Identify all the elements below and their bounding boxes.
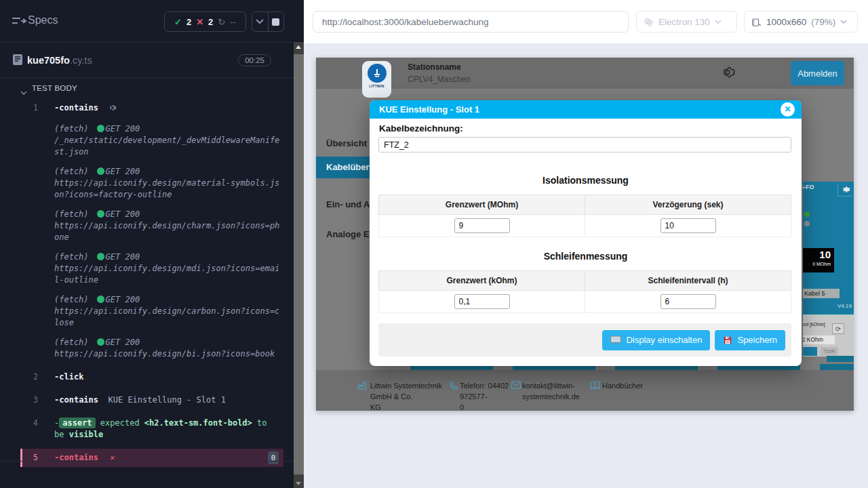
slot-title: 705-FO (803, 184, 814, 190)
spec-duration-badge: 00:25 (238, 54, 271, 66)
scroll-up-icon[interactable] (296, 45, 301, 49)
status-dot-icon (97, 125, 104, 132)
command-number: 3 (24, 394, 38, 406)
slot-gear-icon[interactable] (837, 183, 852, 197)
viewport-selector[interactable]: 1000x660 (79%) (744, 11, 858, 33)
settings-gear-icon[interactable] (719, 64, 736, 81)
manuals-link[interactable]: Handbücher (602, 380, 643, 391)
fetch-tag: (fetch) (54, 338, 89, 347)
fetch-url: https://api.iconify.design/carbon.json?i… (54, 306, 283, 329)
scroll-down-icon[interactable] (296, 482, 301, 485)
fetch-log[interactable]: (fetch)GET 200 https://api.iconify.desig… (20, 337, 283, 360)
fetch-status: GET 200 (106, 209, 140, 219)
url-input[interactable] (313, 12, 628, 32)
table-cell (379, 291, 585, 313)
close-icon[interactable]: ✕ (781, 102, 795, 117)
fetch-log[interactable]: (fetch)GET 200 https://api.iconify.desig… (20, 166, 283, 201)
fetch-log[interactable]: (fetch)GET 200 https://api.iconify.desig… (20, 294, 283, 329)
command-row-failed[interactable]: 5 -contains ✕ 0 (20, 449, 283, 467)
fetch-status: GET 200 (106, 167, 140, 176)
isolation-limit-input[interactable] (454, 218, 510, 233)
resistance-value: 22 KOhm (803, 336, 835, 344)
assert-selector: <h2.text-sm.font-bold> (144, 418, 252, 428)
divider (0, 461, 294, 462)
failed-count: 2 (208, 17, 213, 27)
tdr-button[interactable]: TDR (821, 347, 838, 356)
fetch-status: GET 200 (106, 295, 140, 304)
divider (0, 42, 294, 43)
specs-menu-icon[interactable] (12, 16, 26, 29)
status-dot-icon (97, 210, 104, 218)
status-dot-icon (97, 167, 104, 175)
browser-selector[interactable]: Electron 130 (636, 11, 737, 33)
cable-name-input[interactable] (378, 137, 791, 152)
status-dot-icon (97, 296, 104, 303)
specs-label[interactable]: Specs (28, 14, 58, 26)
factory-icon (357, 381, 367, 392)
littwin-emblem-icon (368, 64, 387, 83)
slot-firmware-version: V4.19 (837, 303, 852, 309)
loop-section-title: Schleifenmessung (370, 251, 802, 262)
command-row[interactable]: 1 -contains (20, 99, 283, 119)
isolation-section-title: Isolationsmessung (370, 175, 802, 186)
logout-button[interactable]: Abmelden (791, 61, 844, 85)
monitor-icon (610, 336, 621, 345)
loop-table: Grenzwert (kOhm) Schleifenintervall (h) (378, 270, 791, 313)
fetch-url: https://api.iconify.design/bi.json?icons… (54, 348, 283, 360)
match-count-badge: 0 (268, 451, 279, 464)
command-number: 4 (24, 418, 38, 429)
loop-interval-input[interactable] (660, 294, 716, 309)
status-led-green (804, 211, 810, 217)
slot-bar (827, 356, 854, 362)
fetch-status: GET 200 (106, 124, 140, 134)
table-cell (379, 215, 585, 237)
slot-action-button[interactable] (803, 347, 817, 356)
fetch-status: GET 200 (106, 252, 140, 262)
viewport-scale: (79%) (811, 17, 835, 27)
fetch-url: https://api.iconify.design/charm.json?ic… (54, 220, 283, 243)
collapse-button[interactable] (252, 12, 268, 31)
url-bar[interactable] (313, 11, 629, 33)
fetch-log[interactable]: (fetch)GET 200 https://api.iconify.desig… (20, 209, 283, 243)
spec-file-name: kue705fo.cy.ts (27, 55, 92, 66)
command-row[interactable]: 3 -contains KUE Einstellung - Slot 1 (20, 391, 283, 409)
screen: Specs ✓ 2 ✕ 2 ↻ -- kue705fo.cy.ts 0 (0, 0, 868, 488)
run-controls (252, 12, 284, 32)
spec-file-ext: .cy.ts (70, 55, 92, 66)
loop-col1-header: Grenzwert (kOhm) (379, 271, 585, 291)
assert-state: visible (69, 430, 104, 439)
test-body-label: TEST BODY (32, 84, 77, 92)
floppy-disk-icon (723, 336, 732, 345)
fetch-tag: (fetch) (54, 167, 89, 176)
pending-count: -- (230, 17, 236, 27)
scrollbar-thumb[interactable] (294, 54, 304, 474)
kue-settings-modal: KUE Einstellung - Slot 1 ✕ Kabelbezeichn… (370, 100, 802, 366)
stop-button[interactable] (268, 12, 284, 31)
fetch-url: https://api.iconify.design/mdi.json?icon… (54, 263, 283, 286)
passed-count: 2 (186, 17, 191, 27)
command-name: -contains (54, 395, 98, 405)
contact-email[interactable]: kontakt@littwin-systemtechnik.de (522, 380, 587, 402)
display-on-button[interactable]: Display einschalten (602, 330, 710, 350)
spec-file-row[interactable]: kue705fo.cy.ts 00:25 (0, 49, 294, 75)
loop-limit-input[interactable] (454, 294, 510, 309)
station-name-value: CPLV4_Maschen (408, 75, 471, 84)
book-icon (590, 381, 600, 391)
command-row[interactable]: 2 -click (20, 368, 283, 386)
fetch-log[interactable]: (fetch)GET 200 /_next/static/development… (20, 123, 283, 158)
fetch-tag: (fetch) (54, 124, 89, 134)
fetch-url: https://api.iconify.design/material-symb… (54, 178, 283, 201)
command-row-assert[interactable]: 4 -assert expected <h2.text-sm.font-bold… (20, 414, 283, 444)
reporter-scrollbar[interactable] (294, 42, 304, 488)
command-number: 5 (24, 452, 38, 464)
slot-cable-label: Kabel 5 (803, 289, 840, 298)
viewport-size: 1000x660 (766, 17, 806, 27)
test-body-section[interactable]: TEST BODY (0, 83, 294, 96)
isolation-delay-input[interactable] (660, 218, 716, 233)
save-button[interactable]: Speichern (715, 330, 785, 350)
slot-measure-panel: stand [kOhm] ⟳ 22 KOhm TDR (803, 314, 854, 357)
fetch-log[interactable]: (fetch)GET 200 https://api.iconify.desig… (20, 251, 283, 286)
app-footer: Littwin Systemtechnik GmbH & Co.KG Telef… (316, 370, 854, 411)
table-cell (585, 291, 791, 313)
refresh-icon[interactable]: ⟳ (832, 323, 844, 334)
